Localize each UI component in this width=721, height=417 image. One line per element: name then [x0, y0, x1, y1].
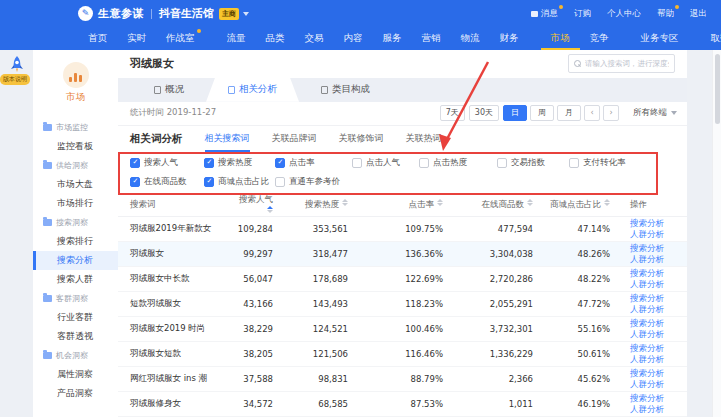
period-button-日[interactable]: 日 — [503, 105, 527, 121]
nav-item-取数[interactable]: 取数 — [701, 27, 721, 50]
value-cell: 34,572 — [230, 392, 275, 417]
action-link-搜索分析[interactable]: 搜索分析 — [630, 393, 685, 404]
page-title: 羽绒服女 — [130, 56, 174, 71]
chevron-down-icon[interactable] — [243, 12, 249, 16]
sidebar-item-搜索排行[interactable]: 搜索排行 — [33, 232, 118, 251]
action-link-人群分析[interactable]: 人群分析 — [630, 379, 685, 390]
sidebar-item-搜索分析[interactable]: 搜索分析 — [33, 251, 118, 270]
metric-checkbox-点击率[interactable]: 点击率 — [275, 157, 352, 169]
next-page-button[interactable]: › — [603, 105, 619, 121]
metric-checkbox-商城点击占比[interactable]: 商城点击占比 — [204, 176, 275, 188]
range-button-7天[interactable]: 7天 — [440, 105, 465, 121]
sidebar-item-搜索人群[interactable]: 搜索人群 — [33, 270, 118, 289]
nav-item-财务[interactable]: 财务 — [490, 27, 529, 50]
tab-相关分析[interactable]: 相关分析 — [206, 78, 299, 102]
word-tab-关联品牌词[interactable]: 关联品牌词 — [272, 126, 317, 152]
sidebar-item-市场排行[interactable]: 市场排行 — [33, 194, 118, 213]
word-type-tabs: 相关搜索词关联品牌词关联修饰词关联热词 — [205, 126, 442, 152]
nav-item-实时[interactable]: 实时 — [117, 27, 156, 50]
prev-page-button[interactable]: ‹ — [584, 105, 600, 121]
nav-item-物流[interactable]: 物流 — [451, 27, 490, 50]
action-link-人群分析[interactable]: 人群分析 — [630, 404, 685, 415]
period-button-周[interactable]: 周 — [530, 105, 554, 121]
sidebar-section-label: 供给洞察 — [56, 160, 88, 171]
metric-checkbox-点击热度[interactable]: 点击热度 — [419, 157, 497, 169]
metric-checkbox-直通车参考价[interactable]: 直通车参考价 — [275, 176, 352, 188]
user-menu-label: 消息 — [541, 8, 558, 20]
column-header-搜索人气[interactable]: 搜索人气 — [230, 194, 275, 217]
action-link-人群分析[interactable]: 人群分析 — [630, 229, 685, 240]
column-header-在线商品数[interactable]: 在线商品数 — [445, 194, 535, 217]
tab-类目构成[interactable]: 类目构成 — [299, 78, 392, 102]
sort-icon[interactable] — [527, 199, 533, 206]
nav-item-品类[interactable]: 品类 — [256, 27, 295, 50]
action-link-人群分析[interactable]: 人群分析 — [630, 329, 685, 340]
value-cell: 118.23% — [350, 292, 445, 317]
action-link-搜索分析[interactable]: 搜索分析 — [630, 318, 685, 329]
product-name[interactable]: 抖音生活馆 — [159, 6, 214, 21]
logo-icon: ✎ — [78, 6, 93, 21]
user-menu-item-消息[interactable]: 消息 — [531, 8, 558, 20]
action-link-人群分析[interactable]: 人群分析 — [630, 304, 685, 315]
keyword-search-box[interactable] — [568, 54, 675, 73]
value-cell: 88.79% — [350, 367, 445, 392]
range-button-30天[interactable]: 30天 — [469, 105, 499, 121]
nav-item-市场[interactable]: 市场 — [541, 27, 580, 50]
action-link-搜索分析[interactable]: 搜索分析 — [630, 218, 685, 229]
sort-icon[interactable] — [437, 199, 443, 206]
action-link-人群分析[interactable]: 人群分析 — [630, 254, 685, 265]
nav-item-内容[interactable]: 内容 — [334, 27, 373, 50]
action-link-人群分析[interactable]: 人群分析 — [630, 354, 685, 365]
sidebar-item-监控看板[interactable]: 监控看板 — [33, 137, 118, 156]
sidebar-item-市场大盘[interactable]: 市场大盘 — [33, 175, 118, 194]
action-link-人群分析[interactable]: 人群分析 — [630, 279, 685, 290]
sort-icon[interactable] — [342, 199, 348, 206]
column-header-搜索热度[interactable]: 搜索热度 — [275, 194, 350, 217]
sidebar-item-客群透视[interactable]: 客群透视 — [33, 327, 118, 346]
user-menu-item-退出[interactable]: 退出 — [690, 8, 707, 20]
column-header-商城点击占比[interactable]: 商城点击占比 — [535, 194, 612, 217]
metric-checkbox-点击人气[interactable]: 点击人气 — [352, 157, 419, 169]
user-menu-item-帮助[interactable]: 帮助 — [657, 8, 674, 20]
period-button-月[interactable]: 月 — [557, 105, 581, 121]
action-link-搜索分析[interactable]: 搜索分析 — [630, 268, 685, 279]
sidebar-item-产品洞察[interactable]: 产品洞察 — [33, 384, 118, 403]
action-link-搜索分析[interactable]: 搜索分析 — [630, 293, 685, 304]
sidebar-item-行业客群[interactable]: 行业客群 — [33, 308, 118, 327]
metric-checkbox-支付转化率[interactable]: 支付转化率 — [569, 157, 687, 169]
search-input[interactable] — [585, 59, 669, 68]
tab-概况[interactable]: 概况 — [132, 78, 206, 102]
sidebar-item-属性洞察[interactable]: 属性洞察 — [33, 365, 118, 384]
nav-item-业务专区[interactable]: 业务专区 — [631, 27, 689, 50]
sort-icon[interactable] — [604, 199, 610, 206]
metric-checkbox-搜索热度[interactable]: 搜索热度 — [204, 157, 275, 169]
word-tab-相关搜索词[interactable]: 相关搜索词 — [205, 126, 250, 152]
metric-label: 支付转化率 — [583, 157, 626, 169]
user-menu-item-个人中心[interactable]: 个人中心 — [607, 8, 641, 20]
scrollbar-thumb[interactable] — [715, 54, 720, 124]
action-link-搜索分析[interactable]: 搜索分析 — [630, 243, 685, 254]
metric-checkbox-交易指数[interactable]: 交易指数 — [497, 157, 569, 169]
market-app-icon[interactable] — [63, 62, 89, 88]
unchecked-checkbox-icon — [569, 158, 579, 168]
word-tab-关联修饰词[interactable]: 关联修饰词 — [339, 126, 384, 152]
nav-item-流量[interactable]: 流量 — [217, 27, 256, 50]
nav-item-交易[interactable]: 交易 — [295, 27, 334, 50]
sort-icon[interactable] — [267, 206, 273, 213]
metric-checkbox-在线商品数[interactable]: 在线商品数 — [130, 176, 204, 188]
user-menu-item-订购[interactable]: 订购 — [574, 8, 591, 20]
keyword-cell: 羽绒服女中长款 — [118, 267, 230, 292]
nav-item-营销[interactable]: 营销 — [412, 27, 451, 50]
nav-item-作战室[interactable]: 作战室 — [156, 27, 205, 50]
column-header-点击率[interactable]: 点击率 — [350, 194, 445, 217]
word-tab-关联热词[interactable]: 关联热词 — [406, 126, 442, 152]
action-link-搜索分析[interactable]: 搜索分析 — [630, 368, 685, 379]
nav-item-首页[interactable]: 首页 — [78, 27, 117, 50]
metric-checkbox-搜索人气[interactable]: 搜索人气 — [130, 157, 204, 169]
nav-item-服务[interactable]: 服务 — [373, 27, 412, 50]
version-note-badge[interactable]: 版本说明 — [0, 74, 30, 85]
terminal-filter-dropdown[interactable]: 所有终端 — [633, 107, 677, 119]
nav-item-竞争[interactable]: 竞争 — [580, 27, 619, 50]
value-cell: 38,205 — [230, 342, 275, 367]
action-link-搜索分析[interactable]: 搜索分析 — [630, 343, 685, 354]
